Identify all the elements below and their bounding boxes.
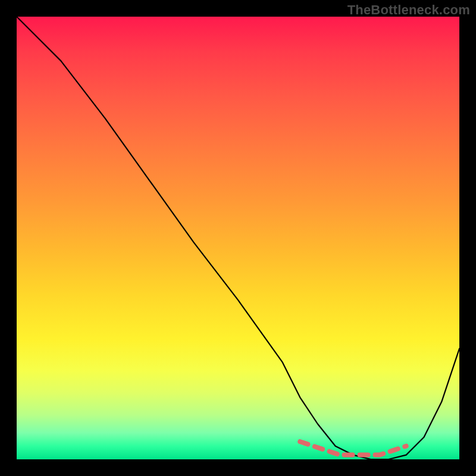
watermark-text: TheBottleneck.com xyxy=(347,2,470,18)
chart-frame xyxy=(17,17,459,459)
plot-area xyxy=(17,17,459,459)
heat-gradient-background xyxy=(17,17,459,459)
